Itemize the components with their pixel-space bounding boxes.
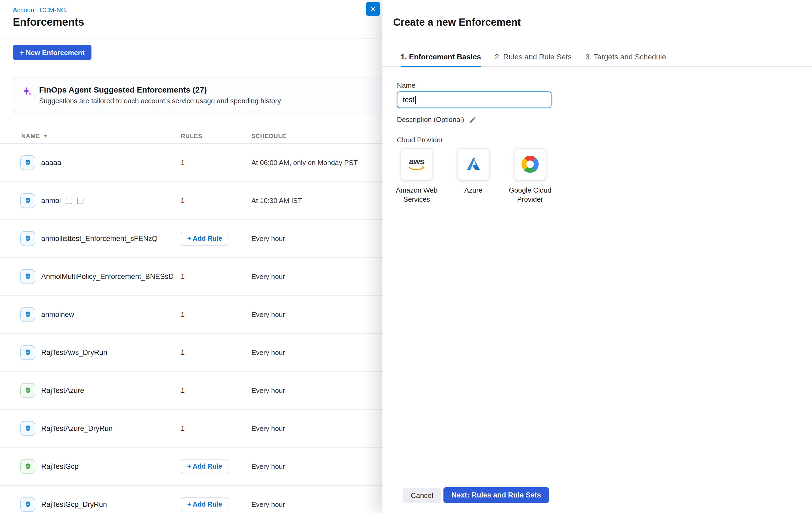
- row-schedule: Every hour: [252, 501, 285, 509]
- row-name: anmolnew: [41, 311, 74, 318]
- row-name-text: RajTestGcp: [41, 462, 79, 471]
- placeholder-square-icon: [77, 197, 83, 204]
- shield-icon: [20, 231, 35, 246]
- row-schedule: At 10:30 AM IST: [252, 197, 302, 205]
- cloud-provider-label: Cloud Provider: [397, 136, 443, 144]
- column-header-rules: RULES: [181, 133, 202, 139]
- row-schedule: Every hour: [252, 387, 285, 395]
- table-row[interactable]: anmol 1 At 10:30 AM IST: [0, 182, 382, 220]
- sort-caret-icon: [43, 135, 48, 137]
- table-row[interactable]: anmollisttest_Enforcement_sFENzQ + Add R…: [0, 220, 382, 258]
- tab-targets-and-schedule[interactable]: 3. Targets and Schedule: [585, 47, 666, 66]
- cancel-button[interactable]: Cancel: [403, 488, 441, 503]
- description-label: Description (Optional): [397, 116, 464, 123]
- row-name: RajTestAzure: [41, 387, 84, 395]
- enforcement-table-body: aaaaa 1 At 06:00 AM, only on Monday PST …: [0, 144, 382, 513]
- add-rule-button[interactable]: + Add Rule: [181, 459, 228, 474]
- row-name-text: anmolnew: [41, 311, 74, 318]
- row-name: RajTestGcp: [41, 462, 79, 471]
- add-rule-button[interactable]: + Add Rule: [181, 232, 228, 246]
- row-name-text: RajTestGcp_DryRun: [41, 501, 107, 509]
- row-name-text: anmol: [41, 197, 61, 205]
- row-name: anmol: [41, 197, 83, 205]
- row-rules-value: 1: [181, 159, 184, 167]
- column-header-name-label: NAME: [21, 133, 40, 139]
- row-name-badges: [61, 197, 83, 204]
- banner-subtitle: Suggestions are tailored to each account…: [39, 97, 281, 105]
- text-cursor: [415, 95, 416, 104]
- row-rules-value: 1: [181, 348, 184, 357]
- column-header-schedule: SCHEDULE: [252, 133, 286, 139]
- tab-rules-and-rule-sets[interactable]: 2. Rules and Rule Sets: [495, 47, 571, 66]
- new-enforcement-button[interactable]: + New Enforcement: [13, 45, 91, 60]
- table-header: NAME RULES SCHEDULE: [0, 129, 382, 144]
- table-row[interactable]: anmolnew 1 Every hour: [0, 296, 382, 334]
- table-row[interactable]: RajTestAzure_DryRun 1 Every hour: [0, 410, 382, 448]
- shield-icon: [20, 307, 35, 322]
- provider-option-gcp: Google Cloud Provider: [502, 148, 558, 204]
- row-schedule: Every hour: [252, 234, 285, 243]
- table-row[interactable]: AnmolMultiPolicy_Enforcement_BNESsD 1 Ev…: [0, 258, 382, 296]
- row-name: anmollisttest_Enforcement_sFENzQ: [41, 234, 157, 243]
- row-rules-value: 1: [181, 197, 184, 205]
- shield-icon: [20, 269, 35, 284]
- name-label: Name: [397, 81, 415, 89]
- provider-label-aws: Amazon Web Services: [389, 186, 444, 204]
- table-row[interactable]: RajTestGcp_DryRun + Add Rule Every hour: [0, 486, 382, 513]
- row-rules-value: 1: [181, 311, 184, 318]
- row-schedule: Every hour: [252, 311, 285, 318]
- row-name: RajTestGcp_DryRun: [41, 501, 107, 509]
- table-row[interactable]: RajTestGcp + Add Rule Every hour: [0, 448, 382, 486]
- row-schedule: Every hour: [252, 348, 285, 357]
- shield-icon: [20, 421, 35, 436]
- row-schedule: Every hour: [252, 425, 285, 432]
- row-name-text: RajTestAzure: [41, 387, 84, 395]
- row-schedule: At 06:00 AM, only on Monday PST: [252, 159, 357, 167]
- row-rules-value: 1: [181, 425, 184, 432]
- edit-pencil-icon[interactable]: [469, 116, 476, 123]
- create-enforcement-drawer: Create a new Enforcement 1. Enforcement …: [382, 0, 812, 513]
- row-rules-value: 1: [181, 273, 184, 281]
- row-name: RajTestAws_DryRun: [41, 348, 107, 357]
- provider-card-gcp[interactable]: [514, 148, 546, 180]
- drawer-title: Create a new Enforcement: [393, 17, 521, 28]
- aws-icon: aws: [408, 157, 425, 171]
- app-root: Account: CCM-NG Enforcements + New Enfor…: [0, 0, 812, 513]
- shield-icon: [20, 459, 35, 474]
- drawer-tabs: 1. Enforcement Basics 2. Rules and Rule …: [382, 47, 812, 67]
- description-row: Description (Optional): [397, 116, 476, 123]
- close-drawer-button[interactable]: ✕: [366, 2, 380, 16]
- shield-icon: [20, 193, 35, 208]
- enforcement-table: NAME RULES SCHEDULE aaaaa 1 At 06:00 AM,…: [0, 129, 382, 513]
- name-input[interactable]: test: [397, 91, 551, 108]
- provider-label-gcp: Google Cloud Provider: [502, 186, 558, 204]
- page-title: Enforcements: [13, 16, 84, 28]
- azure-icon: [465, 156, 482, 172]
- next-button[interactable]: Next: Rules and Rule Sets: [443, 487, 549, 503]
- tab-enforcement-basics[interactable]: 1. Enforcement Basics: [401, 47, 481, 66]
- row-schedule: Every hour: [252, 462, 285, 471]
- row-name: aaaaa: [41, 159, 61, 167]
- table-row[interactable]: aaaaa 1 At 06:00 AM, only on Monday PST: [0, 144, 382, 182]
- shield-icon: [20, 155, 35, 170]
- row-name-text: anmollisttest_Enforcement_sFENzQ: [41, 234, 157, 243]
- provider-label-azure: Azure: [464, 186, 483, 195]
- provider-card-aws[interactable]: aws: [401, 148, 433, 180]
- provider-option-aws: aws Amazon Web Services: [389, 148, 444, 204]
- placeholder-square-icon: [66, 197, 72, 204]
- add-rule-button[interactable]: + Add Rule: [181, 497, 228, 511]
- table-row[interactable]: RajTestAws_DryRun 1 Every hour: [0, 334, 382, 372]
- row-name-text: RajTestAzure_DryRun: [41, 425, 113, 432]
- row-name: AnmolMultiPolicy_Enforcement_BNESsD: [41, 273, 174, 281]
- row-name-text: RajTestAws_DryRun: [41, 348, 107, 357]
- provider-card-azure[interactable]: [457, 148, 489, 180]
- shield-icon: [20, 383, 35, 398]
- provider-option-azure: Azure: [445, 148, 501, 204]
- column-header-name[interactable]: NAME: [21, 133, 48, 139]
- cloud-provider-options: aws Amazon Web Services: [389, 148, 558, 204]
- gcp-icon: [522, 156, 539, 173]
- breadcrumb[interactable]: Account: CCM-NG: [13, 6, 66, 14]
- row-rules-value: 1: [181, 387, 184, 395]
- table-row[interactable]: RajTestAzure 1 Every hour: [0, 372, 382, 410]
- row-schedule: Every hour: [252, 273, 285, 281]
